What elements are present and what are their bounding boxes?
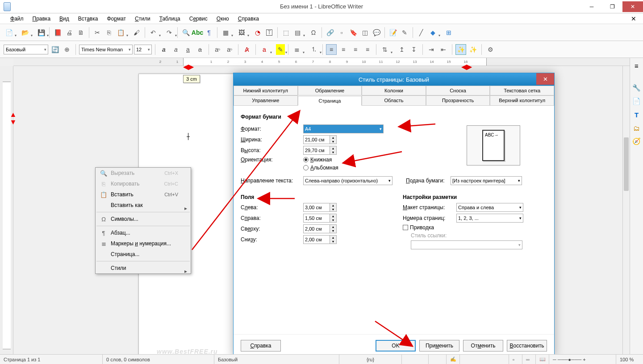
align-right-button[interactable]: ≡ (350, 44, 361, 55)
tab-header[interactable]: Верхний колонтитул (490, 95, 554, 105)
close-document-button[interactable]: ✕ (628, 14, 639, 24)
print-preview-button[interactable]: 🗎 (75, 27, 86, 38)
menu-file[interactable]: Файл (7, 14, 27, 23)
cross-ref-button[interactable]: ◫ (359, 27, 370, 38)
chart-button[interactable]: ◔ (252, 27, 263, 38)
comment-button[interactable]: 💬 (371, 27, 382, 38)
margin-left-input[interactable]: ▲▼ (303, 203, 337, 212)
cancel-button[interactable]: Отменить (463, 340, 503, 352)
image-button[interactable]: 🖼 (236, 27, 247, 38)
tab-page[interactable]: Страница (298, 96, 362, 106)
special-char-button[interactable]: Ω (308, 27, 319, 38)
space-before-button[interactable]: ↥ (397, 44, 407, 55)
field-button[interactable]: ▤ (292, 27, 303, 38)
char-highlight-button[interactable]: ✨ (455, 44, 466, 55)
open-button[interactable]: 📂 (20, 27, 30, 38)
align-justify-button[interactable]: ≡ (362, 44, 373, 55)
subscript-button[interactable]: ab (224, 44, 235, 55)
update-style-button[interactable]: 🔄 (50, 44, 60, 55)
status-insert-mode[interactable] (402, 355, 429, 364)
vertical-scrollbar[interactable] (622, 66, 630, 354)
status-word-count[interactable]: 0 слов, 0 символов (103, 355, 214, 364)
paper-tray-select[interactable]: [Из настроек принтера] (451, 176, 522, 185)
help-button[interactable]: Справка (241, 340, 281, 352)
indent-increase-button[interactable]: ⇥ (426, 44, 437, 55)
margin-top-input[interactable]: ▲▼ (303, 224, 337, 233)
view-single-page-button[interactable]: ▫ (509, 355, 522, 364)
minimize-button[interactable] (581, 1, 602, 12)
sidebar-properties-icon[interactable]: 🔧 (632, 83, 642, 93)
para-highlight-button[interactable]: ✨ (468, 44, 478, 55)
close-window-button[interactable] (622, 1, 643, 12)
indent-decrease-button[interactable]: ⇤ (438, 44, 449, 55)
tab-footer[interactable]: Нижний колонтитул (234, 86, 298, 95)
sidebar-gallery-icon[interactable]: 🗂 (632, 123, 642, 133)
ctx-paste-as[interactable]: Вставить как (96, 200, 191, 211)
view-book-button[interactable]: 📖 (536, 355, 549, 364)
orientation-portrait-radio[interactable]: Книжная (303, 157, 332, 163)
new-style-button[interactable]: ⊕ (62, 44, 72, 55)
table-button[interactable]: ▦ (220, 27, 231, 38)
new-doc-button[interactable]: 📄 (4, 27, 14, 38)
menu-format[interactable]: Формат (104, 14, 129, 23)
export-pdf-button[interactable]: 📕 (52, 27, 63, 38)
dialog-title[interactable]: Стиль страницы: Базовый ✕ (234, 73, 554, 86)
spellcheck-button[interactable]: Abc (192, 27, 203, 38)
font-name-combo[interactable]: Times New Roman (79, 45, 133, 54)
status-selection-mode[interactable] (429, 355, 447, 364)
margin-bottom-input[interactable]: ▲▼ (303, 235, 337, 244)
formatting-marks-button[interactable]: ¶ (204, 27, 214, 38)
undo-button[interactable]: ↶ (148, 27, 159, 38)
menu-view[interactable]: Вид (56, 14, 72, 23)
margin-right-input[interactable]: ▲▼ (303, 214, 337, 223)
superscript-button[interactable]: ab (212, 44, 223, 55)
bullet-list-button[interactable]: ≣ (292, 44, 302, 55)
status-page[interactable]: Страница 1 из 1 (0, 355, 103, 364)
ctx-symbols[interactable]: ΩСимволы... (96, 214, 191, 224)
font-color-button[interactable]: a (259, 44, 270, 55)
track-changes-button[interactable]: ✎ (399, 27, 410, 38)
tab-footnote[interactable]: Сноска (426, 86, 490, 95)
footnote-button[interactable]: ▫ (336, 27, 347, 38)
page-break-button[interactable]: ⬚ (280, 27, 291, 38)
orientation-landscape-radio[interactable]: Альбомная (303, 165, 338, 171)
view-multi-page-button[interactable]: ▫▫ (522, 355, 536, 364)
print-button[interactable]: 🖨 (64, 27, 75, 38)
copy-button[interactable]: ⎘ (104, 27, 114, 38)
line-spacing-button[interactable]: ⇅ (380, 44, 390, 55)
tab-border[interactable]: Обрамление (298, 86, 362, 95)
menu-help[interactable]: Справка (235, 14, 262, 23)
tab-organizer[interactable]: Управление (234, 95, 298, 105)
highlight-button[interactable]: ✎ (276, 44, 285, 55)
paste-button[interactable]: 📋 (115, 27, 126, 38)
format-paintbrush-button[interactable]: 🖌 (131, 27, 142, 38)
show-draw-button[interactable]: ⊞ (443, 27, 454, 38)
horizontal-ruler[interactable]: 21 12345678910111213141516 (13, 58, 630, 66)
strike-button[interactable]: a (195, 44, 205, 55)
ctx-styles[interactable]: Стили (96, 263, 191, 273)
underline-button[interactable]: a (183, 44, 193, 55)
ctx-cut[interactable]: 🔍ВырезатьCtrl+X (96, 168, 191, 178)
bookmark-button[interactable]: 🔖 (348, 27, 359, 38)
redo-button[interactable]: ↷ (164, 27, 175, 38)
tab-textgrid[interactable]: Текстовая сетка (490, 86, 554, 95)
register-checkbox[interactable] (403, 225, 408, 230)
hyperlink-button[interactable]: 🔗 (325, 27, 335, 38)
more-options-button[interactable]: ⚙ (485, 44, 496, 55)
menu-insert[interactable]: Вставка (75, 14, 101, 23)
apply-button[interactable]: Применить (419, 340, 459, 352)
ctx-page[interactable]: Страница... (96, 249, 191, 260)
space-after-button[interactable]: ↧ (409, 44, 419, 55)
note-button[interactable]: 📝 (388, 27, 398, 38)
italic-button[interactable]: a (171, 44, 181, 55)
sidebar-navigator-icon[interactable]: 🧭 (632, 136, 642, 146)
paragraph-style-combo[interactable]: Базовый (4, 45, 48, 54)
tab-columns[interactable]: Колонки (362, 86, 426, 95)
ctx-copy[interactable]: ⎘КопироватьCtrl+C (96, 178, 191, 189)
align-left-button[interactable]: ≡ (326, 44, 337, 55)
maximize-button[interactable] (602, 1, 622, 12)
clear-format-button[interactable]: A̷ (242, 44, 252, 55)
save-button[interactable]: 💾 (36, 27, 46, 38)
menu-table[interactable]: Таблица (156, 14, 184, 23)
textbox-button[interactable]: 🅃 (264, 27, 275, 38)
